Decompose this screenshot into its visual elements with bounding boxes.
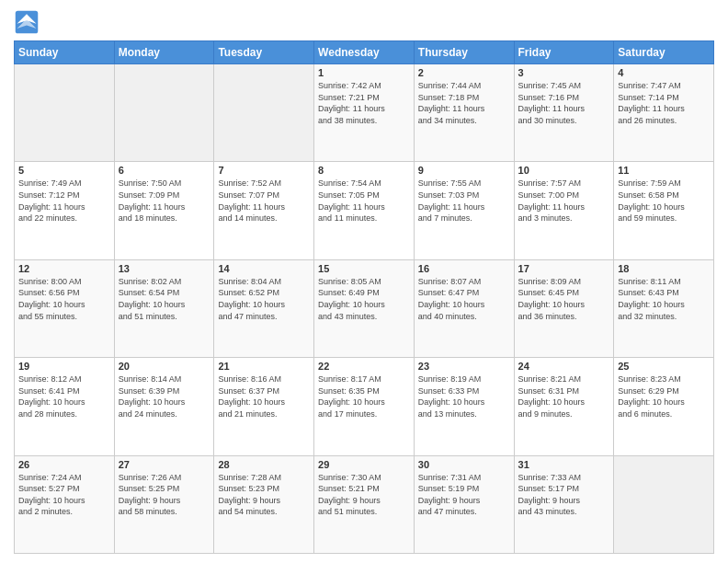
calendar-cell: 5Sunrise: 7:49 AMSunset: 7:12 PMDaylight… <box>15 162 115 259</box>
calendar-cell: 16Sunrise: 8:07 AMSunset: 6:47 PMDayligh… <box>414 259 514 357</box>
day-info: Sunrise: 8:16 AMSunset: 6:37 PMDaylight:… <box>218 373 310 419</box>
day-info: Sunrise: 7:54 AMSunset: 7:05 PMDaylight:… <box>318 178 410 224</box>
day-info: Sunrise: 7:50 AMSunset: 7:09 PMDaylight:… <box>119 178 210 224</box>
weekday-header-saturday: Saturday <box>614 41 714 64</box>
calendar-cell: 24Sunrise: 8:21 AMSunset: 6:31 PMDayligh… <box>514 358 614 455</box>
day-info: Sunrise: 7:55 AMSunset: 7:03 PMDaylight:… <box>418 178 510 224</box>
day-number: 15 <box>318 263 410 274</box>
day-number: 21 <box>218 361 310 372</box>
day-number: 29 <box>318 459 410 470</box>
day-info: Sunrise: 7:45 AMSunset: 7:16 PMDaylight:… <box>518 80 610 126</box>
day-info: Sunrise: 8:23 AMSunset: 6:29 PMDaylight:… <box>618 373 710 419</box>
day-info: Sunrise: 8:00 AMSunset: 6:56 PMDaylight:… <box>18 276 110 322</box>
week-row-4: 19Sunrise: 8:12 AMSunset: 6:41 PMDayligh… <box>15 358 714 455</box>
calendar-cell: 20Sunrise: 8:14 AMSunset: 6:39 PMDayligh… <box>114 358 214 455</box>
calendar-cell: 4Sunrise: 7:47 AMSunset: 7:14 PMDaylight… <box>614 64 714 162</box>
day-info: Sunrise: 7:26 AMSunset: 5:25 PMDaylight:… <box>119 472 210 518</box>
day-info: Sunrise: 7:28 AMSunset: 5:23 PMDaylight:… <box>218 472 310 518</box>
day-info: Sunrise: 7:31 AMSunset: 5:19 PMDaylight:… <box>418 472 510 518</box>
week-row-3: 12Sunrise: 8:00 AMSunset: 6:56 PMDayligh… <box>15 259 714 357</box>
calendar-cell: 18Sunrise: 8:11 AMSunset: 6:43 PMDayligh… <box>614 259 714 357</box>
week-row-2: 5Sunrise: 7:49 AMSunset: 7:12 PMDaylight… <box>15 162 714 259</box>
calendar-cell: 23Sunrise: 8:19 AMSunset: 6:33 PMDayligh… <box>414 358 514 455</box>
day-info: Sunrise: 7:59 AMSunset: 6:58 PMDaylight:… <box>618 178 710 224</box>
day-number: 9 <box>418 165 510 176</box>
calendar-cell: 3Sunrise: 7:45 AMSunset: 7:16 PMDaylight… <box>514 64 614 162</box>
day-info: Sunrise: 8:12 AMSunset: 6:41 PMDaylight:… <box>18 373 110 419</box>
day-number: 18 <box>618 263 710 274</box>
calendar-cell: 25Sunrise: 8:23 AMSunset: 6:29 PMDayligh… <box>614 358 714 455</box>
calendar-cell: 22Sunrise: 8:17 AMSunset: 6:35 PMDayligh… <box>314 358 415 455</box>
day-number: 11 <box>618 165 710 176</box>
day-info: Sunrise: 7:47 AMSunset: 7:14 PMDaylight:… <box>618 80 710 126</box>
day-info: Sunrise: 7:49 AMSunset: 7:12 PMDaylight:… <box>18 178 110 224</box>
calendar-table: SundayMondayTuesdayWednesdayThursdayFrid… <box>14 40 714 554</box>
page: SundayMondayTuesdayWednesdayThursdayFrid… <box>0 0 728 563</box>
calendar-cell: 11Sunrise: 7:59 AMSunset: 6:58 PMDayligh… <box>614 162 714 259</box>
calendar-cell <box>15 64 115 162</box>
calendar-cell <box>614 455 714 553</box>
weekday-header-sunday: Sunday <box>15 41 115 64</box>
weekday-header-friday: Friday <box>514 41 614 64</box>
day-info: Sunrise: 7:33 AMSunset: 5:17 PMDaylight:… <box>518 472 610 518</box>
day-info: Sunrise: 8:11 AMSunset: 6:43 PMDaylight:… <box>618 276 710 322</box>
calendar-cell: 10Sunrise: 7:57 AMSunset: 7:00 PMDayligh… <box>514 162 614 259</box>
day-number: 3 <box>518 67 610 78</box>
day-number: 12 <box>18 263 110 274</box>
weekday-header-thursday: Thursday <box>414 41 514 64</box>
logo <box>14 9 43 35</box>
day-info: Sunrise: 8:02 AMSunset: 6:54 PMDaylight:… <box>119 276 210 322</box>
day-number: 7 <box>218 165 310 176</box>
day-info: Sunrise: 8:07 AMSunset: 6:47 PMDaylight:… <box>418 276 510 322</box>
day-number: 2 <box>418 67 510 78</box>
weekday-header-tuesday: Tuesday <box>214 41 314 64</box>
day-info: Sunrise: 8:19 AMSunset: 6:33 PMDaylight:… <box>418 373 510 419</box>
day-number: 31 <box>518 459 610 470</box>
calendar-cell: 31Sunrise: 7:33 AMSunset: 5:17 PMDayligh… <box>514 455 614 553</box>
logo-icon <box>14 9 40 35</box>
day-number: 19 <box>18 361 110 372</box>
day-info: Sunrise: 8:09 AMSunset: 6:45 PMDaylight:… <box>518 276 610 322</box>
day-number: 28 <box>218 459 310 470</box>
day-number: 5 <box>18 165 110 176</box>
day-number: 8 <box>318 165 410 176</box>
day-number: 6 <box>119 165 210 176</box>
calendar-body: 1Sunrise: 7:42 AMSunset: 7:21 PMDaylight… <box>15 64 714 554</box>
day-number: 24 <box>518 361 610 372</box>
calendar-cell <box>214 64 314 162</box>
day-number: 30 <box>418 459 510 470</box>
calendar-cell: 1Sunrise: 7:42 AMSunset: 7:21 PMDaylight… <box>314 64 415 162</box>
calendar-cell: 8Sunrise: 7:54 AMSunset: 7:05 PMDaylight… <box>314 162 415 259</box>
calendar-cell: 15Sunrise: 8:05 AMSunset: 6:49 PMDayligh… <box>314 259 415 357</box>
week-row-1: 1Sunrise: 7:42 AMSunset: 7:21 PMDaylight… <box>15 64 714 162</box>
day-info: Sunrise: 7:57 AMSunset: 7:00 PMDaylight:… <box>518 178 610 224</box>
day-info: Sunrise: 8:05 AMSunset: 6:49 PMDaylight:… <box>318 276 410 322</box>
day-number: 1 <box>318 67 410 78</box>
calendar-cell: 30Sunrise: 7:31 AMSunset: 5:19 PMDayligh… <box>414 455 514 553</box>
day-number: 16 <box>418 263 510 274</box>
day-number: 4 <box>618 67 710 78</box>
day-number: 22 <box>318 361 410 372</box>
day-number: 17 <box>518 263 610 274</box>
day-info: Sunrise: 7:30 AMSunset: 5:21 PMDaylight:… <box>318 472 410 518</box>
calendar-cell: 17Sunrise: 8:09 AMSunset: 6:45 PMDayligh… <box>514 259 614 357</box>
calendar-cell: 7Sunrise: 7:52 AMSunset: 7:07 PMDaylight… <box>214 162 314 259</box>
day-number: 10 <box>518 165 610 176</box>
weekday-row: SundayMondayTuesdayWednesdayThursdayFrid… <box>15 41 714 64</box>
calendar-cell: 9Sunrise: 7:55 AMSunset: 7:03 PMDaylight… <box>414 162 514 259</box>
day-number: 14 <box>218 263 310 274</box>
header <box>14 9 714 35</box>
day-info: Sunrise: 8:04 AMSunset: 6:52 PMDaylight:… <box>218 276 310 322</box>
calendar-header: SundayMondayTuesdayWednesdayThursdayFrid… <box>15 41 714 64</box>
calendar-cell: 27Sunrise: 7:26 AMSunset: 5:25 PMDayligh… <box>114 455 214 553</box>
calendar-cell: 13Sunrise: 8:02 AMSunset: 6:54 PMDayligh… <box>114 259 214 357</box>
week-row-5: 26Sunrise: 7:24 AMSunset: 5:27 PMDayligh… <box>15 455 714 553</box>
day-info: Sunrise: 7:44 AMSunset: 7:18 PMDaylight:… <box>418 80 510 126</box>
calendar-cell: 2Sunrise: 7:44 AMSunset: 7:18 PMDaylight… <box>414 64 514 162</box>
day-info: Sunrise: 7:52 AMSunset: 7:07 PMDaylight:… <box>218 178 310 224</box>
day-number: 26 <box>18 459 110 470</box>
day-number: 25 <box>618 361 710 372</box>
calendar-cell: 6Sunrise: 7:50 AMSunset: 7:09 PMDaylight… <box>114 162 214 259</box>
day-info: Sunrise: 8:21 AMSunset: 6:31 PMDaylight:… <box>518 373 610 419</box>
calendar-cell: 19Sunrise: 8:12 AMSunset: 6:41 PMDayligh… <box>15 358 115 455</box>
